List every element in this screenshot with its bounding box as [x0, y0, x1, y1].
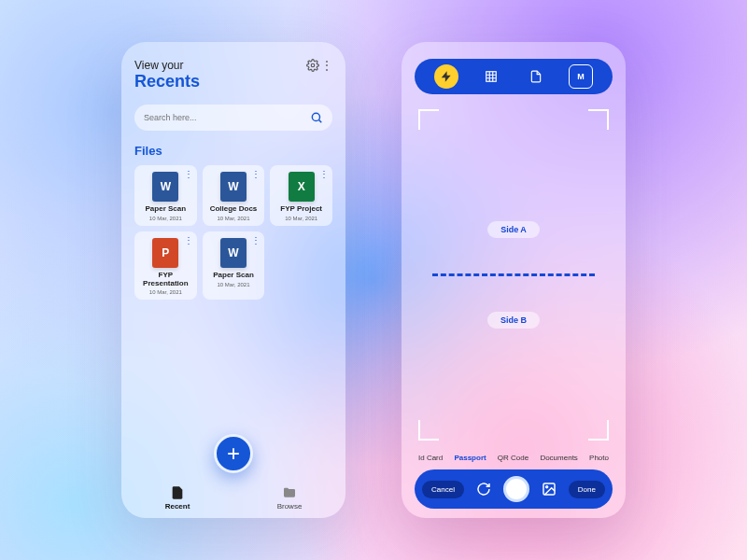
file-card[interactable]: ⋮ W Paper Scan 10 Mar, 2021: [203, 231, 265, 301]
plus-icon: +: [227, 441, 240, 467]
scan-mode-selector[interactable]: Id Card Passport QR Code Documents Photo: [415, 454, 613, 462]
file-name: Paper Scan: [146, 205, 187, 214]
mode-documents[interactable]: Documents: [540, 454, 577, 462]
word-icon: W: [220, 238, 247, 268]
add-button[interactable]: +: [214, 434, 253, 473]
search-bar[interactable]: [134, 105, 332, 131]
mode-passport[interactable]: Passport: [454, 454, 486, 462]
word-icon: W: [152, 172, 178, 202]
document-icon: [529, 70, 543, 83]
search-icon: [310, 111, 323, 124]
frame-corner: [588, 420, 609, 441]
file-date: 10 Mar, 2021: [149, 289, 182, 295]
file-card[interactable]: ⋮ W College Docs 10 Mar, 2021: [203, 165, 265, 226]
mode-id-card[interactable]: Id Card: [418, 454, 443, 462]
file-name: FYP Project: [280, 205, 322, 214]
file-grid: ⋮ W Paper Scan 10 Mar, 2021 ⋮ W College …: [134, 165, 332, 300]
flash-button[interactable]: [434, 64, 458, 89]
file-name: College Docs: [210, 205, 258, 214]
retake-button[interactable]: [473, 482, 494, 497]
document-button[interactable]: [524, 64, 548, 89]
mode-qr-code[interactable]: QR Code: [498, 454, 529, 462]
svg-line-2: [319, 120, 322, 123]
header-title: Recents: [134, 72, 200, 91]
file-date: 10 Mar, 2021: [217, 282, 249, 287]
capture-bar: Cancel Done: [415, 469, 613, 509]
tab-browse[interactable]: Browse: [277, 485, 303, 511]
scanner-screen: M Side A Side B Id Card Passport QR Code…: [402, 42, 626, 518]
folder-icon: [282, 485, 297, 500]
svg-point-0: [311, 63, 315, 67]
more-icon: ⋮: [321, 60, 332, 71]
excel-icon: X: [289, 172, 315, 202]
header-subtitle: View your: [134, 59, 200, 72]
done-button[interactable]: Done: [569, 481, 605, 498]
file-date: 10 Mar, 2021: [149, 216, 182, 221]
file-more-icon[interactable]: ⋮: [184, 235, 193, 245]
focus-icon: M: [577, 72, 585, 81]
side-b-chip[interactable]: Side B: [487, 312, 540, 329]
frame-corner: [418, 420, 439, 441]
file-card[interactable]: ⋮ P FYP Presentation 10 Mar, 2021: [134, 231, 197, 301]
search-input[interactable]: [144, 113, 284, 122]
settings-button[interactable]: ⋮: [306, 59, 332, 72]
file-name: FYP Presentation: [138, 272, 193, 288]
svg-rect-3: [486, 72, 497, 82]
file-card[interactable]: ⋮ W Paper Scan 10 Mar, 2021: [134, 165, 197, 226]
shutter-button[interactable]: [503, 476, 529, 502]
refresh-icon: [476, 482, 491, 497]
scan-viewfinder: Side A Side B: [415, 105, 613, 444]
file-more-icon[interactable]: ⋮: [184, 169, 193, 179]
tab-recent[interactable]: Recent: [165, 485, 190, 511]
focus-button[interactable]: M: [569, 64, 593, 89]
word-icon: W: [220, 172, 247, 202]
file-more-icon[interactable]: ⋮: [319, 169, 329, 179]
frame-corner: [418, 109, 439, 130]
gear-icon: [306, 59, 319, 72]
file-card[interactable]: ⋮ X FYP Project 10 Mar, 2021: [270, 165, 332, 226]
fold-line: [432, 273, 595, 276]
side-a-chip[interactable]: Side A: [487, 221, 540, 238]
recents-screen: View your Recents ⋮ Files ⋮ W Paper Scan…: [121, 42, 345, 518]
svg-point-9: [546, 486, 548, 488]
file-more-icon[interactable]: ⋮: [251, 169, 261, 179]
scanner-toolbar: M: [415, 59, 613, 94]
file-name: Paper Scan: [213, 272, 254, 280]
powerpoint-icon: P: [152, 238, 178, 268]
file-more-icon[interactable]: ⋮: [251, 235, 261, 245]
grid-button[interactable]: [479, 64, 503, 89]
svg-point-1: [312, 113, 319, 120]
mode-photo[interactable]: Photo: [589, 454, 609, 462]
file-date: 10 Mar, 2021: [217, 216, 249, 221]
image-icon: [542, 482, 557, 497]
files-section-label: Files: [134, 144, 332, 158]
recent-icon: [170, 485, 185, 500]
file-date: 10 Mar, 2021: [285, 216, 317, 221]
frame-corner: [588, 109, 609, 130]
flash-icon: [440, 70, 453, 83]
grid-icon: [485, 70, 498, 83]
gallery-button[interactable]: [539, 482, 559, 497]
cancel-button[interactable]: Cancel: [422, 481, 464, 498]
